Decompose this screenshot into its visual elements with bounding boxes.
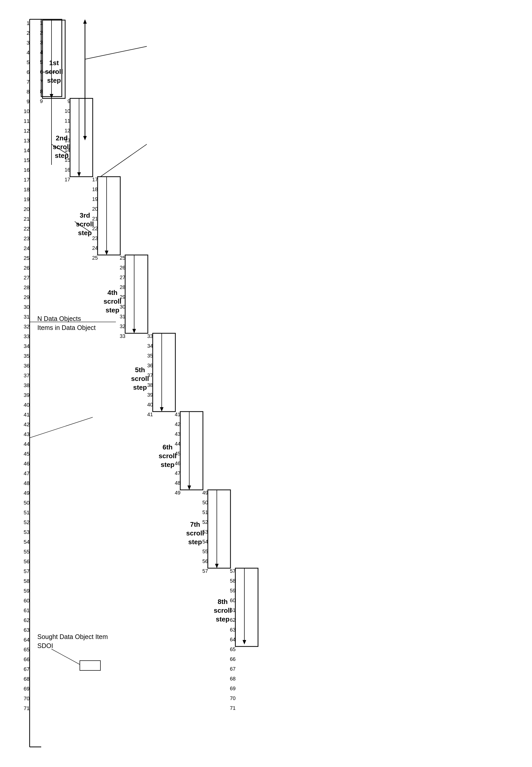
svg-marker-6 [83,136,87,140]
sdoi-label: Sought Data Object ItemSDOI [37,632,108,650]
svg-line-39 [30,417,93,438]
svg-rect-12 [125,255,148,333]
svg-rect-40 [80,661,100,670]
svg-rect-10 [70,98,93,177]
svg-marker-22 [105,251,108,255]
svg-rect-14 [180,412,203,490]
page: { "corner_b": "B", "corner_e": "E", "fig… [0,0,532,767]
svg-marker-32 [243,640,246,644]
svg-marker-20 [77,172,81,177]
svg-marker-30 [215,564,219,568]
svg-marker-28 [187,485,191,490]
diagram-svg [0,0,532,767]
scroll-step-1-label: 1stscrollstep [45,59,63,85]
svg-marker-26 [160,407,164,412]
svg-rect-15 [208,490,230,568]
svg-line-33 [85,46,147,59]
svg-rect-13 [153,333,175,412]
scroll-step-3-label: 3rdscrollstep [76,211,94,237]
svg-marker-24 [132,329,136,333]
svg-marker-4 [83,19,87,24]
svg-line-34 [100,144,147,177]
svg-line-41 [52,649,80,664]
scroll-step-4-label: 4thscrollstep [104,288,121,314]
svg-rect-16 [235,568,258,646]
svg-rect-11 [98,177,120,255]
n-data-objects-label: N Data ObjectsItems in Data Object [37,314,96,332]
